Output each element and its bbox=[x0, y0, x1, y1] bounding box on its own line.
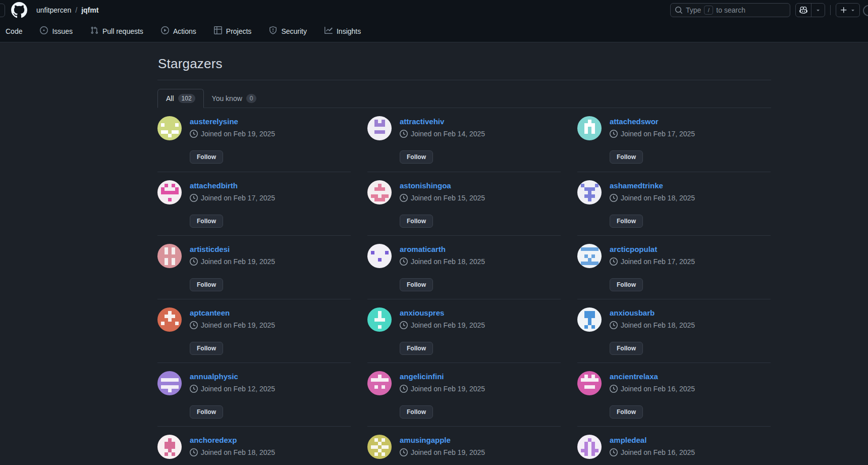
username-link[interactable]: attractivehiv bbox=[400, 117, 444, 126]
chevron-down-icon bbox=[815, 7, 821, 13]
username-link[interactable]: attachedbirth bbox=[190, 181, 238, 190]
stargazer-card: ampledeal Joined on Feb 16, 2025 Follow bbox=[577, 426, 771, 465]
follow-button[interactable]: Follow bbox=[610, 405, 643, 419]
user-avatar[interactable] bbox=[577, 435, 602, 459]
user-avatar[interactable] bbox=[157, 180, 182, 204]
nav-item-pull-requests[interactable]: Pull requests bbox=[86, 24, 148, 39]
clock-icon bbox=[610, 257, 618, 266]
user-avatar[interactable] bbox=[367, 371, 392, 395]
username-link[interactable]: attachedswor bbox=[610, 117, 659, 126]
user-avatar[interactable] bbox=[157, 244, 182, 268]
clock-icon bbox=[190, 130, 198, 138]
follow-button[interactable]: Follow bbox=[190, 215, 223, 228]
user-avatar[interactable] bbox=[157, 435, 182, 459]
follow-button[interactable]: Follow bbox=[400, 215, 433, 228]
user-avatar[interactable] bbox=[367, 307, 392, 332]
joined-date: Joined on Feb 19, 2025 bbox=[190, 130, 275, 138]
joined-date: Joined on Feb 17, 2025 bbox=[190, 194, 275, 202]
nav-item-projects[interactable]: Projects bbox=[209, 24, 256, 39]
joined-date: Joined on Feb 19, 2025 bbox=[190, 321, 275, 329]
user-avatar[interactable] bbox=[157, 307, 182, 332]
username-link[interactable]: amusingapple bbox=[400, 436, 451, 444]
nav-item-actions[interactable]: Actions bbox=[156, 24, 201, 39]
joined-date: Joined on Feb 18, 2025 bbox=[610, 321, 695, 329]
joined-date: Joined on Feb 19, 2025 bbox=[190, 257, 275, 266]
search-icon bbox=[675, 6, 683, 14]
user-avatar[interactable] bbox=[577, 180, 602, 204]
username-link[interactable]: anxiousbarb bbox=[610, 308, 655, 317]
clock-icon bbox=[190, 257, 198, 266]
global-search-input[interactable]: Type / to search bbox=[670, 3, 790, 17]
tab-all[interactable]: All 102 bbox=[157, 89, 204, 108]
clock-icon bbox=[190, 385, 198, 393]
hamburger-menu-button-partial[interactable] bbox=[0, 4, 5, 17]
github-logo-icon[interactable] bbox=[11, 2, 27, 18]
user-avatar[interactable] bbox=[577, 244, 602, 268]
follow-button[interactable]: Follow bbox=[400, 405, 433, 419]
copilot-button[interactable] bbox=[796, 4, 811, 17]
tab-you-know-count-badge: 0 bbox=[246, 94, 257, 103]
username-link[interactable]: anxiouspres bbox=[400, 308, 444, 317]
joined-date: Joined on Feb 16, 2025 bbox=[610, 448, 695, 456]
user-avatar[interactable] bbox=[367, 180, 392, 204]
nav-item-code[interactable]: Code bbox=[1, 24, 27, 39]
username-link[interactable]: angelicinfini bbox=[400, 372, 444, 381]
stargazer-card: arcticpopulat Joined on Feb 17, 2025 Fol… bbox=[577, 235, 771, 299]
user-avatar[interactable] bbox=[157, 116, 182, 140]
breadcrumb-owner-link[interactable]: unfitpercen bbox=[36, 6, 71, 14]
username-link[interactable]: ashamedtrinke bbox=[610, 181, 663, 190]
stargazer-card: anchoredexp Joined on Feb 18, 2025 Follo… bbox=[157, 426, 351, 465]
stargazer-card: ashamedtrinke Joined on Feb 18, 2025 Fol… bbox=[577, 172, 771, 235]
joined-date: Joined on Feb 17, 2025 bbox=[610, 130, 695, 138]
follow-button[interactable]: Follow bbox=[190, 342, 223, 355]
clock-icon bbox=[400, 385, 408, 393]
user-avatar[interactable] bbox=[367, 435, 392, 459]
clock-icon bbox=[190, 321, 198, 329]
user-avatar[interactable] bbox=[577, 307, 602, 332]
username-link[interactable]: artisticdesi bbox=[190, 245, 230, 253]
stargazer-card: angelicinfini Joined on Feb 19, 2025 Fol… bbox=[367, 363, 561, 426]
username-link[interactable]: annualphysic bbox=[190, 372, 238, 381]
global-header: unfitpercen / jqfmt Type / to search bbox=[0, 0, 868, 20]
plus-icon bbox=[840, 6, 848, 14]
clock-icon bbox=[400, 194, 408, 202]
clock-icon bbox=[610, 194, 618, 202]
create-new-button[interactable] bbox=[836, 4, 859, 17]
follow-button[interactable]: Follow bbox=[190, 278, 223, 291]
joined-date: Joined on Feb 18, 2025 bbox=[400, 257, 485, 266]
user-avatar[interactable] bbox=[577, 371, 602, 395]
follow-button[interactable]: Follow bbox=[610, 342, 643, 355]
username-link[interactable]: anchoredexp bbox=[190, 436, 237, 444]
user-avatar[interactable] bbox=[367, 116, 392, 140]
user-avatar-partial[interactable] bbox=[863, 5, 868, 16]
username-link[interactable]: arcticpopulat bbox=[610, 245, 657, 253]
follow-button[interactable]: Follow bbox=[190, 405, 223, 419]
copilot-dropdown-button[interactable] bbox=[811, 4, 825, 17]
breadcrumb-repo-link[interactable]: jqfmt bbox=[81, 6, 98, 14]
issue-opened-icon bbox=[40, 26, 48, 36]
user-avatar[interactable] bbox=[367, 244, 392, 268]
username-link[interactable]: aromaticarth bbox=[400, 245, 446, 253]
follow-button[interactable]: Follow bbox=[610, 150, 643, 164]
follow-button[interactable]: Follow bbox=[400, 150, 433, 164]
nav-item-issues[interactable]: Issues bbox=[35, 24, 77, 39]
username-link[interactable]: aptcanteen bbox=[190, 308, 230, 317]
follow-button[interactable]: Follow bbox=[610, 215, 643, 228]
follow-button[interactable]: Follow bbox=[400, 278, 433, 291]
follow-button[interactable]: Follow bbox=[400, 342, 433, 355]
tab-you-know[interactable]: You know 0 bbox=[204, 89, 265, 108]
clock-icon bbox=[610, 448, 618, 456]
follow-button[interactable]: Follow bbox=[190, 150, 223, 164]
nav-item-security[interactable]: Security bbox=[264, 24, 311, 39]
user-avatar[interactable] bbox=[157, 371, 182, 395]
username-link[interactable]: ampledeal bbox=[610, 436, 646, 444]
nav-item-insights[interactable]: Insights bbox=[320, 24, 365, 39]
username-link[interactable]: ancientrelaxa bbox=[610, 372, 658, 381]
page-title: Stargazers bbox=[158, 56, 771, 72]
clock-icon bbox=[610, 321, 618, 329]
follow-button[interactable]: Follow bbox=[610, 278, 643, 291]
user-avatar[interactable] bbox=[577, 116, 602, 140]
username-link[interactable]: astonishingoa bbox=[400, 181, 451, 190]
create-new-button-group bbox=[836, 3, 860, 17]
username-link[interactable]: austerelysine bbox=[190, 117, 238, 126]
